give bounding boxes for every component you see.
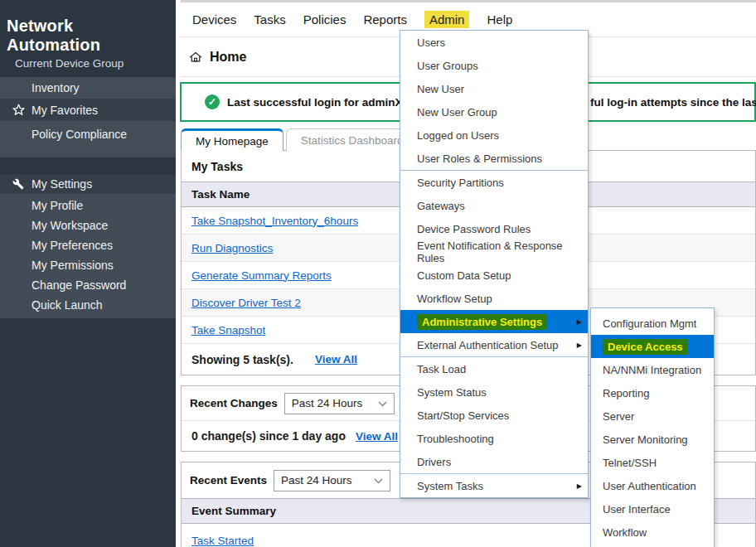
menu-item-system-tasks[interactable]: System Tasks ▶ xyxy=(400,474,588,497)
star-icon xyxy=(12,104,25,117)
event-link[interactable]: Task Started xyxy=(191,535,254,547)
menu-item-user-roles-permissions[interactable]: User Roles & Permissions xyxy=(400,147,588,170)
sidebar-item-my-favorites[interactable]: My Favorites xyxy=(0,99,176,121)
recent-changes-label: Recent Changes xyxy=(190,397,278,409)
sidebar-spacer xyxy=(0,157,176,174)
menu-item-user-groups[interactable]: User Groups xyxy=(400,54,588,77)
submenu-item-reporting[interactable]: Reporting xyxy=(591,381,714,404)
sidebar-item-my-workspace[interactable]: My Workspace xyxy=(0,215,176,235)
tab-my-homepage[interactable]: My Homepage xyxy=(181,128,284,151)
highlighted-label: Device Access xyxy=(603,339,688,355)
menu-item-drivers[interactable]: Drivers xyxy=(400,450,588,473)
menu-item-external-authentication-setup[interactable]: External Authentication Setup ▶ xyxy=(400,333,588,356)
sidebar: Network Automation Current Device Group … xyxy=(0,0,176,547)
menu-item-administrative-settings[interactable]: Administrative Settings ▶ xyxy=(400,310,588,333)
submenu-arrow-icon: ▶ xyxy=(577,482,582,490)
sidebar-item-policy-compliance[interactable]: Policy Compliance xyxy=(0,121,176,157)
recent-events-label: Recent Events xyxy=(190,474,267,486)
alert-text-right: ful log-in attempts since the last suc xyxy=(590,96,756,109)
submenu-item-user-interface[interactable]: User Interface xyxy=(591,497,714,520)
sidebar-item-label: My Settings xyxy=(32,177,92,191)
submenu-item-configuration-mgmt[interactable]: Configuration Mgmt xyxy=(591,312,714,335)
sidebar-item-my-permissions[interactable]: My Permissions xyxy=(0,255,176,275)
network-automation-app: Network Automation Current Device Group … xyxy=(0,0,756,547)
submenu-item-workflow[interactable]: Workflow xyxy=(591,520,714,544)
submenu-item-telnet-ssh[interactable]: Telnet/SSH xyxy=(591,451,714,474)
home-icon xyxy=(189,51,202,64)
admin-dropdown-menu: Users User Groups New User New User Grou… xyxy=(400,30,589,498)
sidebar-item-inventory[interactable]: Inventory xyxy=(0,77,176,99)
homepage-tabs: My Homepage Statistics Dashboard xyxy=(181,128,419,151)
task-link[interactable]: Run Diagnostics xyxy=(191,242,273,254)
view-all-tasks-link[interactable]: View All xyxy=(315,353,357,365)
menu-item-start-stop-services[interactable]: Start/Stop Services xyxy=(400,404,588,427)
menu-item-troubleshooting[interactable]: Troubleshooting xyxy=(400,427,588,450)
menu-item-device-password-rules[interactable]: Device Password Rules xyxy=(400,217,588,240)
recent-events-range-select[interactable]: Past 24 Hours xyxy=(274,470,390,491)
task-link[interactable]: Take Snapshot xyxy=(191,324,265,336)
menu-tasks[interactable]: Tasks xyxy=(254,12,285,27)
tab-statistics-dashboard[interactable]: Statistics Dashboard xyxy=(286,128,419,151)
administrative-settings-submenu: Configuration Mgmt Device Access NA/NNMi… xyxy=(590,307,715,547)
submenu-item-server[interactable]: Server xyxy=(591,404,714,428)
selected-range: Past 24 Hours xyxy=(281,474,352,486)
sidebar-item-my-settings[interactable]: My Settings xyxy=(0,174,176,194)
submenu-item-user-authentication[interactable]: User Authentication xyxy=(591,474,714,497)
menu-item-new-user[interactable]: New User xyxy=(400,77,588,100)
sidebar-item-my-preferences[interactable]: My Preferences xyxy=(0,235,176,255)
submenu-arrow-icon: ▶ xyxy=(577,318,582,326)
menu-item-workflow-setup[interactable]: Workflow Setup xyxy=(400,287,588,310)
menu-item-custom-data-setup[interactable]: Custom Data Setup xyxy=(400,264,588,287)
menu-item-label: System Tasks xyxy=(417,480,483,492)
wrench-icon xyxy=(12,177,25,191)
menu-admin[interactable]: Admin xyxy=(424,11,470,28)
menu-item-task-load[interactable]: Task Load xyxy=(400,357,588,380)
success-check-icon: ✓ xyxy=(205,94,220,109)
submenu-item-server-monitoring[interactable]: Server Monitoring xyxy=(591,428,714,451)
selected-range: Past 24 Hours xyxy=(292,397,363,409)
sidebar-item-my-profile[interactable]: My Profile xyxy=(0,196,176,215)
menu-item-security-partitions[interactable]: Security Partitions xyxy=(400,171,588,194)
highlighted-label: Administrative Settings xyxy=(417,314,547,330)
view-all-changes-link[interactable]: View All xyxy=(356,430,398,443)
sidebar-item-label: Inventory xyxy=(32,81,80,94)
menu-item-label: External Authentication Setup xyxy=(417,339,559,351)
menu-item-gateways[interactable]: Gateways xyxy=(400,194,588,217)
page-title: Home xyxy=(210,50,246,65)
menu-item-users[interactable]: Users xyxy=(400,31,588,54)
menu-help[interactable]: Help xyxy=(487,12,512,27)
submenu-item-device-access[interactable]: Device Access xyxy=(591,335,714,358)
chevron-down-icon xyxy=(378,397,387,409)
sidebar-item-quick-launch[interactable]: Quick Launch xyxy=(0,295,176,315)
app-title: Network Automation xyxy=(0,0,176,50)
task-link[interactable]: Discover Driver Test 2 xyxy=(191,297,301,309)
menu-item-logged-on-users[interactable]: Logged on Users xyxy=(400,123,588,147)
menu-devices[interactable]: Devices xyxy=(192,12,236,27)
sidebar-item-change-password[interactable]: Change Password xyxy=(0,275,176,295)
submenu-arrow-icon: ▶ xyxy=(577,341,582,349)
changes-summary-text: 0 change(s) since 1 day ago xyxy=(191,429,346,443)
menu-policies[interactable]: Policies xyxy=(303,12,346,27)
submenu-item-na-nnmi-integration[interactable]: NA/NNMi Integration xyxy=(591,358,714,381)
chevron-down-icon xyxy=(374,474,383,486)
sidebar-settings-group: My Profile My Workspace My Preferences M… xyxy=(0,194,176,318)
recent-changes-range-select[interactable]: Past 24 Hours xyxy=(284,393,395,414)
sidebar-item-label: Policy Compliance xyxy=(32,128,127,141)
menu-item-new-user-group[interactable]: New User Group xyxy=(400,100,588,123)
current-device-group-label: Current Device Group xyxy=(0,50,176,77)
menu-item-system-status[interactable]: System Status xyxy=(400,380,588,404)
tasks-summary-text: Showing 5 task(s). xyxy=(191,353,293,366)
sidebar-item-label: My Favorites xyxy=(32,104,98,117)
task-link[interactable]: Generate Summary Reports xyxy=(191,269,332,282)
menu-reports[interactable]: Reports xyxy=(363,12,407,27)
task-link[interactable]: Take Snapshot_Inventory_6hours xyxy=(191,215,358,227)
menu-item-event-notification-response-rules[interactable]: Event Notification & Response Rules xyxy=(400,240,588,264)
